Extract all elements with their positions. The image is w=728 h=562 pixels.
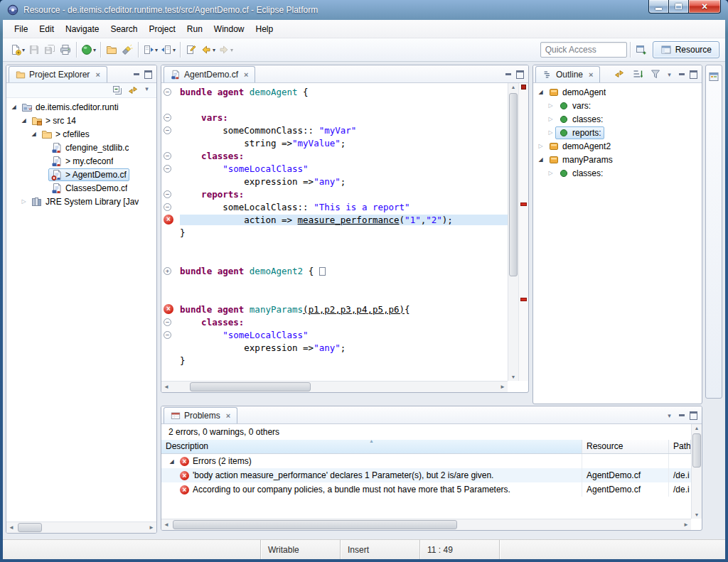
restore-view-button[interactable] [706,68,722,85]
twistie-collapsed-icon[interactable]: ▷ [546,170,555,176]
code-line[interactable]: − vars: [161,111,508,124]
open-perspective-button[interactable] [633,41,649,58]
horizontal-scrollbar[interactable]: ◄ ► [161,381,508,392]
resource-perspective-button[interactable]: Resource [653,41,719,58]
outline-item[interactable]: ▷reports: [533,126,702,139]
dropdown-arrow-icon[interactable]: ▾ [213,47,215,53]
menu-file[interactable]: File [9,22,33,36]
code-line[interactable]: +bundle agent demoAgent2 { [161,264,508,277]
minimize-view-button[interactable] [675,69,687,80]
problems-row[interactable]: ×'body action measure_performance' decla… [161,468,691,482]
code-line[interactable]: } [161,354,508,367]
code-area[interactable]: −bundle agent demoAgent {− vars:− someCo… [161,83,508,381]
menu-window[interactable]: Window [208,22,250,36]
code-line[interactable]: } [161,226,508,239]
error-marker-icon[interactable]: × [164,304,173,314]
dropdown-arrow-icon[interactable]: ▾ [173,47,176,53]
fold-expanded-icon[interactable]: − [164,88,171,96]
fold-collapsed-icon[interactable]: + [164,267,171,275]
error-overview-mark[interactable] [520,202,527,206]
dropdown-arrow-icon[interactable]: ▾ [230,47,233,53]
code-line[interactable]: −bundle agent demoAgent { [161,85,508,98]
link-with-editor-button[interactable] [611,67,627,81]
vertical-scrollbar[interactable]: ▲ ▼ [691,424,702,519]
column-header-path[interactable]: Path [669,440,691,453]
link-with-editor-button[interactable] [125,84,141,97]
twistie-collapsed-icon[interactable]: ▷ [536,143,545,149]
maximize-view-button[interactable] [142,69,154,80]
code-line[interactable]: − reports: [161,188,508,200]
sort-button[interactable] [630,67,646,81]
twistie-expanded-icon[interactable]: ◢ [536,89,545,95]
fold-expanded-icon[interactable]: − [164,203,171,211]
new-wizard-button[interactable]: ▾ [9,41,26,58]
fold-expanded-icon[interactable]: − [164,318,171,326]
outline-item[interactable]: ▷demoAgent2 [533,139,702,153]
problems-group-row[interactable]: ◢×Errors (2 items) [161,454,691,468]
twistie-collapsed-icon[interactable]: ▷ [19,198,28,205]
project-explorer-item[interactable]: > AgentDemo.cf [6,168,156,181]
previous-annotation-button[interactable]: ▾ [159,41,177,58]
twistie-expanded-icon[interactable]: ◢ [9,104,18,110]
problems-tab[interactable]: Problems × [164,407,237,423]
code-line[interactable]: − someCommonClass:: "myVar" [161,124,508,136]
dropdown-arrow-icon[interactable]: ▾ [93,47,96,53]
next-annotation-button[interactable]: ▾ [141,41,159,58]
horizontal-scrollbar[interactable]: ◄ ► [6,522,156,533]
project-explorer-item[interactable]: cfengine_stdlib.c [6,141,156,154]
menu-help[interactable]: Help [250,22,279,36]
code-line[interactable]: − classes: [161,315,508,328]
close-tab-icon[interactable]: × [95,70,100,79]
minimize-view-button[interactable] [130,69,142,80]
filter-button[interactable] [648,67,663,81]
quick-access-input[interactable] [540,42,627,58]
code-line[interactable] [161,239,508,252]
menu-run[interactable]: Run [181,22,208,36]
twistie-expanded-icon[interactable]: ◢ [19,117,28,124]
folded-region-icon[interactable] [319,267,326,276]
project-explorer-item[interactable]: ◢> src 14 [6,114,156,127]
code-line[interactable]: − someLocalClass:: "This is a report" [161,200,508,213]
dropdown-arrow-icon[interactable]: ▾ [22,47,25,53]
twistie-collapsed-icon[interactable]: ▷ [546,116,555,122]
menu-project[interactable]: Project [143,22,181,36]
search-button[interactable] [119,41,135,58]
minimize-view-button[interactable] [675,410,687,421]
outline-item[interactable]: ▷classes: [533,112,702,126]
outline-item[interactable]: ◢manyParams [533,153,702,166]
fold-expanded-icon[interactable]: − [164,331,171,339]
code-line[interactable] [161,98,508,111]
view-menu-button[interactable]: ▾ [663,69,675,80]
code-line[interactable]: ×bundle agent manyParams(p1,p2,p3,p4,p5,… [161,303,508,315]
view-menu-button[interactable]: ▾ [141,84,153,94]
code-line[interactable]: − "someLocalClass" [161,328,508,341]
menu-edit[interactable]: Edit [33,22,60,36]
twistie-collapsed-icon[interactable]: ▷ [546,102,555,109]
editor-tab-agentdemo[interactable]: AgentDemo.cf × [164,66,255,82]
open-file-button[interactable] [104,41,119,58]
maximize-view-button[interactable] [687,410,700,421]
project-explorer-tab[interactable]: Project Explorer × [9,66,107,82]
close-tab-icon[interactable]: × [589,70,593,79]
dropdown-arrow-icon[interactable]: ▾ [155,47,158,53]
project-explorer-item[interactable]: ◢> cfefiles [6,127,156,141]
code-line[interactable]: − "someLocalClass" [161,162,508,175]
minimize-view-button[interactable] [502,69,514,80]
save-all-button[interactable] [42,41,58,58]
menu-search[interactable]: Search [105,22,143,36]
code-line[interactable]: − classes: [161,149,508,162]
error-marker-icon[interactable]: × [164,215,173,225]
print-button[interactable] [58,41,73,58]
back-button[interactable]: ▾ [199,41,217,58]
fold-expanded-icon[interactable]: − [164,152,171,160]
collapse-all-button[interactable] [109,84,125,97]
twistie-expanded-icon[interactable]: ◢ [536,156,545,163]
close-tab-icon[interactable]: × [226,411,230,420]
maximize-view-button[interactable] [687,69,700,80]
problems-row[interactable]: ×According to our company policies, a bu… [161,482,691,497]
project-explorer-item[interactable]: > my.cfeconf [6,154,156,168]
fold-expanded-icon[interactable]: − [164,165,171,173]
fold-expanded-icon[interactable]: − [164,114,171,121]
project-explorer-item[interactable]: ◢de.itemis.cfeditor.runti [6,100,156,114]
save-button[interactable] [26,41,42,58]
